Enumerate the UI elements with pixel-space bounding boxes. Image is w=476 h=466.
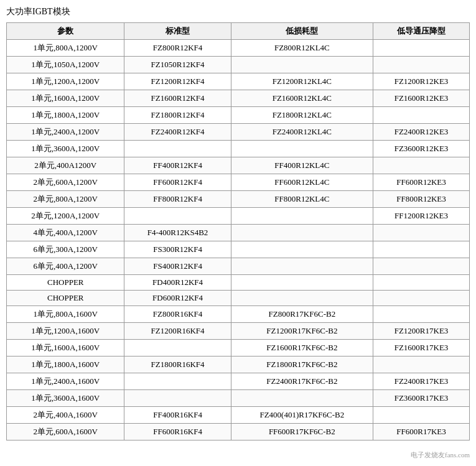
- table-row: 1单元,1050A,1200VFZ1050R12KF4: [7, 57, 470, 73]
- table-cell: FZ1600R17KE3: [373, 340, 470, 356]
- table-cell: FF800R12KF4: [124, 191, 231, 208]
- table-row: 1单元,1200A,1200VFZ1200R12KF4FZ1200R12KL4C…: [7, 73, 470, 90]
- table-cell: [373, 356, 470, 373]
- table-cell: FZ1200R17KF6C-B2: [231, 323, 373, 340]
- table-cell: FZ1200R12KE3: [373, 73, 470, 90]
- table-cell: 6单元,400A,1200V: [7, 258, 124, 275]
- table-cell: [373, 241, 470, 258]
- table-cell: FF600R12KE3: [373, 174, 470, 191]
- table-cell: [124, 373, 231, 390]
- table-cell: FZ800R12KF4: [124, 40, 231, 57]
- table-cell: FZ1800R17KF6C-B2: [231, 356, 373, 373]
- table-row: 4单元,400A,1200VF4-400R12KS4B2: [7, 225, 470, 241]
- table-row: 1单元,3600A,1600VFZ3600R17KE3: [7, 390, 470, 407]
- table-cell: FF600R12KL4C: [231, 174, 373, 191]
- table-cell: [124, 141, 231, 157]
- table-cell: FZ1200R17KE3: [373, 323, 470, 340]
- table-cell: FF600R16KF4: [124, 424, 231, 440]
- table-cell: 1单元,1800A,1600V: [7, 356, 124, 373]
- table-cell: FD600R12KF4: [124, 291, 231, 306]
- table-row: 1单元,1800A,1600VFZ1800R16KF4FZ1800R17KF6C…: [7, 356, 470, 373]
- table-header-cell: 参数: [7, 23, 124, 40]
- table-row: 2单元,1200A,1200VFF1200R12KE3: [7, 208, 470, 225]
- table-cell: [373, 225, 470, 241]
- table-cell: 2单元,800A,1200V: [7, 191, 124, 208]
- table-cell: FD400R12KF4: [124, 275, 231, 291]
- table-header-cell: 标准型: [124, 23, 231, 40]
- table-cell: FS300R12KF4: [124, 241, 231, 258]
- table-header-cell: 低导通压降型: [373, 23, 470, 40]
- table-row: 2单元,600A,1600VFF600R16KF4FF600R17KF6C-B2…: [7, 424, 470, 440]
- table-cell: FZ1200R16KF4: [124, 323, 231, 340]
- table-cell: 1单元,800A,1600V: [7, 306, 124, 323]
- table-cell: [231, 57, 373, 73]
- table-cell: 2单元,600A,1600V: [7, 424, 124, 440]
- table-cell: [231, 275, 373, 291]
- table-cell: 1单元,3600A,1600V: [7, 390, 124, 407]
- table-row: 2单元,400A,1600VFF400R16KF4FZ400(401)R17KF…: [7, 407, 470, 424]
- table-cell: FZ1600R12KF4: [124, 90, 231, 107]
- table-header-cell: 低损耗型: [231, 23, 373, 40]
- table-cell: FZ2400R12KF4: [124, 124, 231, 141]
- table-row: 1单元,2400A,1600VFZ2400R17KF6C-B2FZ2400R17…: [7, 373, 470, 390]
- table-cell: FZ2400R12KE3: [373, 124, 470, 141]
- table-cell: 1单元,3600A,1200V: [7, 141, 124, 157]
- table-cell: [231, 241, 373, 258]
- table-row: CHOPPERFD400R12KF4: [7, 275, 470, 291]
- table-cell: 2单元,600A,1200V: [7, 174, 124, 191]
- table-row: 6单元,400A,1200VFS400R12KF4: [7, 258, 470, 275]
- table-cell: 1单元,1050A,1200V: [7, 57, 124, 73]
- table-cell: FS400R12KF4: [124, 258, 231, 275]
- table-cell: FZ3600R17KE3: [373, 390, 470, 407]
- table-cell: [373, 275, 470, 291]
- table-cell: CHOPPER: [7, 291, 124, 306]
- table-cell: FF600R17KE3: [373, 424, 470, 440]
- table-cell: FF600R17KF6C-B2: [231, 424, 373, 440]
- table-cell: [231, 208, 373, 225]
- table-row: CHOPPERFD600R12KF4: [7, 291, 470, 306]
- table-cell: FZ800R16KF4: [124, 306, 231, 323]
- table-cell: [373, 291, 470, 306]
- table-cell: 1单元,1600A,1600V: [7, 340, 124, 356]
- table-row: 1单元,800A,1600VFZ800R16KF4FZ800R17KF6C-B2: [7, 306, 470, 323]
- table-cell: FZ2400R17KF6C-B2: [231, 373, 373, 390]
- table-row: 1单元,3600A,1200VFZ3600R12KE3: [7, 141, 470, 157]
- table-cell: 1单元,1200A,1200V: [7, 73, 124, 90]
- table-cell: 2单元,1200A,1200V: [7, 208, 124, 225]
- table-row: 6单元,300A,1200VFS300R12KF4: [7, 241, 470, 258]
- table-cell: CHOPPER: [7, 275, 124, 291]
- table-cell: [373, 157, 470, 174]
- igbt-table: 参数标准型低损耗型低导通压降型 1单元,800A,1200VFZ800R12KF…: [6, 22, 470, 440]
- table-row: 2单元,600A,1200VFF600R12KF4FF600R12KL4CFF6…: [7, 174, 470, 191]
- table-row: 1单元,1800A,1200VFZ1800R12KF4FZ1800R12KL4C: [7, 107, 470, 124]
- table-header-row: 参数标准型低损耗型低导通压降型: [7, 23, 470, 40]
- table-cell: FZ2400R17KE3: [373, 373, 470, 390]
- table-cell: [124, 340, 231, 356]
- table-cell: FZ1200R12KF4: [124, 73, 231, 90]
- table-row: 1单元,1600A,1600VFZ1600R17KF6C-B2FZ1600R17…: [7, 340, 470, 356]
- table-cell: 1单元,2400A,1200V: [7, 124, 124, 141]
- table-cell: FF800R12KE3: [373, 191, 470, 208]
- table-cell: FZ800R12KL4C: [231, 40, 373, 57]
- table-cell: 2单元,400A,1600V: [7, 407, 124, 424]
- table-row: 2单元,400A1200VFF400R12KF4FF400R12KL4C: [7, 157, 470, 174]
- table-cell: FF400R16KF4: [124, 407, 231, 424]
- table-cell: FZ400(401)R17KF6C-B2: [231, 407, 373, 424]
- table-cell: 1单元,800A,1200V: [7, 40, 124, 57]
- table-cell: [124, 390, 231, 407]
- table-cell: 6单元,300A,1200V: [7, 241, 124, 258]
- table-cell: 1单元,1200A,1600V: [7, 323, 124, 340]
- table-cell: 1单元,2400A,1600V: [7, 373, 124, 390]
- table-cell: [231, 258, 373, 275]
- table-row: 1单元,1600A,1200VFZ1600R12KF4FZ1600R12KL4C…: [7, 90, 470, 107]
- table-cell: FZ1050R12KF4: [124, 57, 231, 73]
- table-cell: FF800R12KL4C: [231, 191, 373, 208]
- table-cell: [231, 390, 373, 407]
- table-cell: [373, 407, 470, 424]
- table-cell: F4-400R12KS4B2: [124, 225, 231, 241]
- table-cell: 2单元,400A1200V: [7, 157, 124, 174]
- table-row: 1单元,2400A,1200VFZ2400R12KF4FZ2400R12KL4C…: [7, 124, 470, 141]
- table-cell: 1单元,1600A,1200V: [7, 90, 124, 107]
- table-row: 1单元,1200A,1600VFZ1200R16KF4FZ1200R17KF6C…: [7, 323, 470, 340]
- table-cell: FZ1800R12KL4C: [231, 107, 373, 124]
